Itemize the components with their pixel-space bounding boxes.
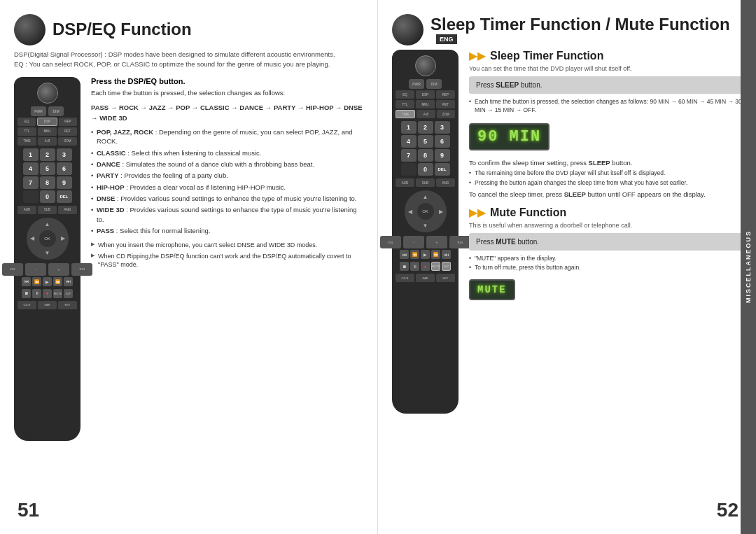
repeat-button-r[interactable]: REP (436, 90, 455, 99)
power-button-r[interactable]: PWR (409, 79, 424, 89)
tuning-button-r[interactable]: TUN (449, 236, 470, 248)
time-button-r[interactable]: TIME (396, 110, 415, 118)
menu-button[interactable]: MNU (38, 127, 57, 136)
repeat-button[interactable]: REP (59, 118, 77, 126)
menu-button-r[interactable]: MNU (416, 100, 435, 108)
next-button[interactable]: ⏭ (64, 277, 73, 286)
zoom-button[interactable]: ZOM (58, 137, 77, 146)
fwd-button[interactable]: ⏩ (53, 277, 62, 286)
right-content: PWR DIM EQ DSP REP TTL MNU RET TIME A-B … (392, 50, 742, 414)
dimming-button[interactable]: DIM (48, 106, 64, 116)
nav-right-icon[interactable]: ▶ (61, 235, 65, 241)
key-button[interactable]: KEY (58, 301, 77, 309)
nav-left-icon-r[interactable]: ◀ (408, 209, 412, 215)
mute-btn-right[interactable]: MUTE (431, 262, 440, 271)
nav-right-icon-r[interactable]: ▶ (439, 209, 443, 215)
btn-del-r[interactable]: DEL (435, 163, 450, 176)
nav-up-icon-r[interactable]: ▲ (423, 194, 428, 200)
dimming-button-r[interactable]: DIM (426, 79, 442, 89)
description-text: Each time the button is pressed, the sel… (91, 88, 363, 98)
btn-9r[interactable]: 9 (435, 149, 450, 162)
function-row-2: TTL MNU RET (18, 127, 77, 136)
btn-6r[interactable]: 6 (435, 135, 450, 148)
btn-3[interactable]: 3 (57, 148, 72, 161)
function-row-4r: AUD SUB ANG (396, 178, 455, 187)
play-button[interactable]: ▶ (43, 277, 52, 286)
btn-2r[interactable]: 2 (418, 121, 433, 134)
nav-down-icon[interactable]: ▼ (45, 250, 50, 256)
ab-button-r[interactable]: A-B (416, 110, 435, 118)
mute-btn-left[interactable]: MUTE (53, 289, 62, 298)
eq-button[interactable]: EQ (18, 118, 36, 126)
vol-up-r[interactable]: + (426, 236, 447, 248)
btn-5[interactable]: 5 (40, 162, 55, 175)
btn-4r[interactable]: 4 (401, 135, 416, 148)
sleep-btn-left[interactable]: SLP (64, 289, 73, 298)
stop-button-r[interactable]: ⏹ (400, 262, 409, 271)
return-button[interactable]: RET (58, 127, 77, 136)
next-button-r[interactable]: ⏭ (442, 250, 451, 259)
btn-4[interactable]: 4 (23, 162, 38, 175)
btn-2[interactable]: 2 (40, 148, 55, 161)
transport-row-2r: ⏹ ⏸ ● MUTE SLP (400, 262, 451, 271)
nav-down-icon-r[interactable]: ▼ (423, 223, 428, 229)
key-button-r[interactable]: KEY (436, 274, 455, 282)
sleep-btn-right[interactable]: SLP (442, 262, 451, 271)
btn-0r[interactable]: 0 (418, 163, 433, 176)
btn-8r[interactable]: 8 (418, 149, 433, 162)
btn-3r[interactable]: 3 (435, 121, 450, 134)
btn-6[interactable]: 6 (57, 162, 72, 175)
sleep-icon (392, 14, 424, 45)
btn-5r[interactable]: 5 (418, 135, 433, 148)
btn-7r[interactable]: 7 (401, 149, 416, 162)
left-page: DSP/EQ Function DSP(Digital Signal Proce… (0, 0, 378, 534)
power-button[interactable]: PWR (31, 106, 46, 116)
btn-1r[interactable]: 1 (401, 121, 416, 134)
angle-button[interactable]: ANG (58, 206, 77, 214)
return-button-r[interactable]: RET (436, 100, 455, 108)
mute-note-1: "MUTE" appears in the display. (469, 255, 742, 263)
btn-del[interactable]: DEL (57, 190, 72, 203)
fwd-button-r[interactable]: ⏩ (431, 250, 440, 259)
title-button[interactable]: TTL (18, 127, 36, 136)
rew-button[interactable]: ⏪ (32, 277, 41, 286)
nav-up-icon[interactable]: ▲ (45, 221, 50, 227)
right-page: Sleep Timer Function / Mute Function ENG… (378, 0, 756, 534)
vol-down-r[interactable]: - (403, 236, 424, 248)
vol-up[interactable]: + (48, 263, 69, 276)
cd-ripping-button[interactable]: CD-R (18, 301, 36, 309)
karaoke-button-r[interactable]: KAR (416, 274, 435, 282)
btn-9[interactable]: 9 (57, 176, 72, 189)
vol-down[interactable]: - (25, 263, 46, 276)
audio-button-r[interactable]: AUD (396, 178, 414, 187)
subtitle-button[interactable]: SUB (38, 206, 57, 214)
rew-button-r[interactable]: ⏪ (410, 250, 419, 259)
karaoke-button[interactable]: KAR (38, 301, 57, 309)
remote-top-buttons: PWR DIM (18, 106, 77, 116)
cd-ripping-button-r[interactable]: CD-R (396, 274, 414, 282)
ab-button[interactable]: A-B (38, 137, 57, 146)
subtitle-button-r[interactable]: SUB (416, 178, 435, 187)
stop-button[interactable]: ⏹ (22, 289, 31, 298)
btn-7[interactable]: 7 (23, 176, 38, 189)
prev-button[interactable]: ⏮ (22, 277, 31, 286)
rec-button-r[interactable]: ● (421, 262, 430, 271)
time-button[interactable]: TIME (18, 137, 36, 146)
pause-button-r[interactable]: ⏸ (410, 262, 419, 271)
play-button-r[interactable]: ▶ (421, 250, 430, 259)
rec-button[interactable]: ● (43, 289, 52, 298)
pause-button[interactable]: ⏸ (32, 289, 41, 298)
dsp-button-r[interactable]: DSP (416, 90, 435, 99)
prev-button-r[interactable]: ⏮ (400, 250, 409, 259)
tuning-button[interactable]: TUN (71, 263, 92, 276)
audio-button[interactable]: AUD (18, 206, 36, 214)
zoom-button-r[interactable]: ZOM (437, 110, 455, 118)
dsp-button[interactable]: DSP (37, 118, 57, 126)
angle-button-r[interactable]: ANG (436, 178, 455, 187)
btn-1[interactable]: 1 (23, 148, 38, 161)
nav-left-icon[interactable]: ◀ (30, 235, 34, 241)
title-button-r[interactable]: TTL (396, 100, 414, 108)
eq-button-r[interactable]: EQ (396, 90, 414, 99)
btn-0[interactable]: 0 (40, 190, 55, 203)
btn-8[interactable]: 8 (40, 176, 55, 189)
